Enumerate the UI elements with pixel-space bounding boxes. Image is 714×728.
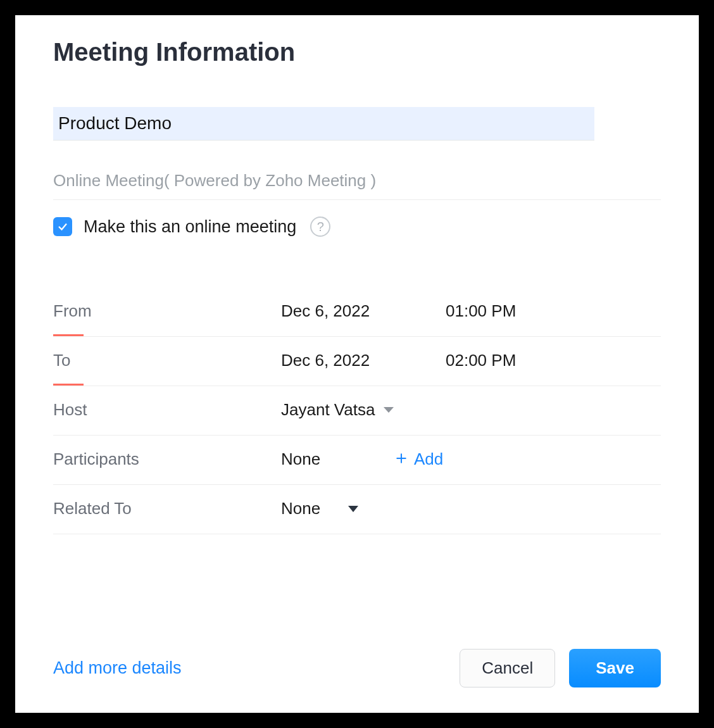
add-participant-button[interactable]: Add bbox=[395, 449, 443, 469]
related-to-label: Related To bbox=[53, 499, 281, 518]
to-date-field[interactable]: Dec 6, 2022 bbox=[281, 351, 446, 370]
help-icon[interactable]: ? bbox=[310, 217, 330, 237]
cancel-button[interactable]: Cancel bbox=[460, 649, 555, 687]
online-meeting-checkbox-row: Make this an online meeting ? bbox=[53, 217, 661, 237]
online-meeting-section-label: Online Meeting( Powered by Zoho Meeting … bbox=[53, 171, 661, 200]
to-time-field[interactable]: 02:00 PM bbox=[446, 351, 516, 370]
plus-icon bbox=[395, 449, 408, 469]
host-label: Host bbox=[53, 400, 281, 420]
required-indicator bbox=[53, 384, 84, 386]
from-time-field[interactable]: 01:00 PM bbox=[446, 301, 516, 321]
related-to-value: None bbox=[281, 499, 320, 518]
footer-buttons: Cancel Save bbox=[460, 649, 661, 687]
required-indicator bbox=[53, 334, 84, 336]
page-title: Meeting Information bbox=[53, 38, 661, 66]
online-meeting-checkbox-label: Make this an online meeting bbox=[84, 217, 296, 237]
participants-label: Participants bbox=[53, 449, 281, 469]
chevron-down-icon bbox=[348, 506, 358, 512]
online-meeting-checkbox[interactable] bbox=[53, 217, 72, 236]
save-button[interactable]: Save bbox=[569, 649, 661, 687]
from-date-field[interactable]: Dec 6, 2022 bbox=[281, 301, 446, 321]
participants-row: Participants None Add bbox=[53, 436, 661, 485]
add-more-details-link[interactable]: Add more details bbox=[53, 658, 182, 678]
chevron-down-icon bbox=[384, 407, 394, 413]
footer: Add more details Cancel Save bbox=[53, 649, 661, 687]
host-select[interactable]: Jayant Vatsa bbox=[281, 400, 394, 420]
host-value: Jayant Vatsa bbox=[281, 400, 375, 420]
to-label: To bbox=[53, 351, 281, 370]
add-participant-label: Add bbox=[414, 449, 443, 469]
participants-value: None bbox=[281, 449, 395, 469]
host-row: Host Jayant Vatsa bbox=[53, 386, 661, 436]
from-label: From bbox=[53, 301, 281, 321]
to-row: To Dec 6, 2022 02:00 PM bbox=[53, 337, 661, 386]
related-to-row: Related To None bbox=[53, 485, 661, 534]
from-row: From Dec 6, 2022 01:00 PM bbox=[53, 287, 661, 337]
meeting-title-input[interactable] bbox=[53, 107, 594, 141]
meeting-info-panel: Meeting Information Online Meeting( Powe… bbox=[15, 15, 699, 713]
check-icon bbox=[57, 221, 68, 232]
related-to-select[interactable]: None bbox=[281, 499, 358, 518]
